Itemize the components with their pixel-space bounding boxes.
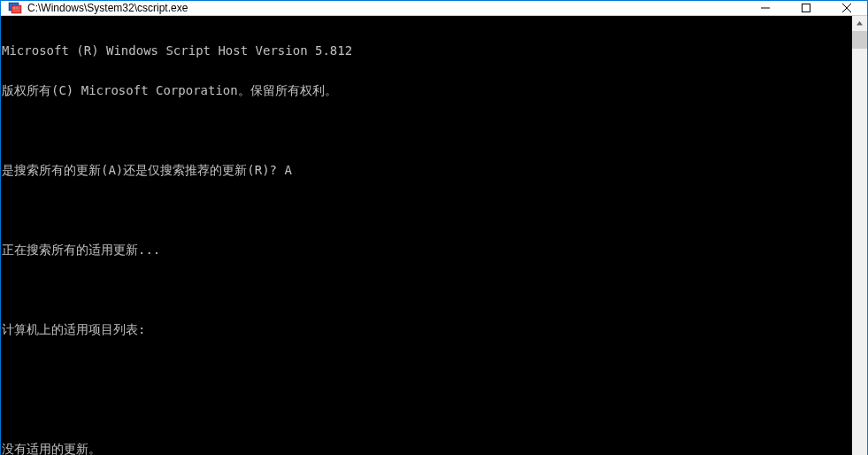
console-line — [2, 204, 852, 217]
window-controls — [745, 1, 867, 15]
svg-marker-11 — [856, 21, 863, 26]
console-line — [2, 363, 852, 376]
console-line: 没有适用的更新。 — [2, 443, 852, 455]
svg-point-4 — [13, 7, 15, 9]
console-line: 计算机上的适用项目列表: — [2, 323, 852, 336]
console-line: 是搜索所有的更新(A)还是仅搜索推荐的更新(R)? A — [2, 164, 852, 177]
console-line: 版权所有(C) Microsoft Corporation。保留所有权利。 — [2, 84, 852, 97]
console-line — [2, 283, 852, 297]
close-button[interactable] — [826, 1, 867, 15]
chevron-up-icon — [856, 19, 864, 27]
svg-point-6 — [19, 7, 20, 9]
maximize-icon — [802, 4, 810, 12]
console-output[interactable]: Microsoft (R) Windows Script Host Versio… — [1, 16, 852, 455]
close-icon — [842, 4, 851, 12]
console-line: 正在搜索所有的适用更新... — [2, 243, 852, 257]
minimize-icon — [761, 4, 770, 12]
svg-point-5 — [16, 7, 18, 9]
window-title: C:\Windows\System32\cscript.exe — [27, 2, 745, 14]
titlebar[interactable]: C:\Windows\System32\cscript.exe — [1, 1, 867, 16]
svg-rect-3 — [12, 6, 20, 12]
scroll-track[interactable] — [852, 31, 867, 455]
vertical-scrollbar[interactable] — [852, 16, 867, 455]
svg-rect-8 — [803, 4, 810, 12]
minimize-button[interactable] — [745, 1, 786, 15]
console-line — [2, 124, 852, 137]
console-line — [2, 403, 852, 416]
client-area: Microsoft (R) Windows Script Host Versio… — [1, 16, 867, 455]
scroll-thumb[interactable] — [852, 31, 867, 49]
scroll-up-button[interactable] — [852, 16, 867, 31]
maximize-button[interactable] — [786, 1, 826, 15]
console-line: Microsoft (R) Windows Script Host Versio… — [2, 44, 852, 58]
app-icon — [8, 1, 22, 15]
window: C:\Windows\System32\cscript.exe — [0, 0, 868, 455]
